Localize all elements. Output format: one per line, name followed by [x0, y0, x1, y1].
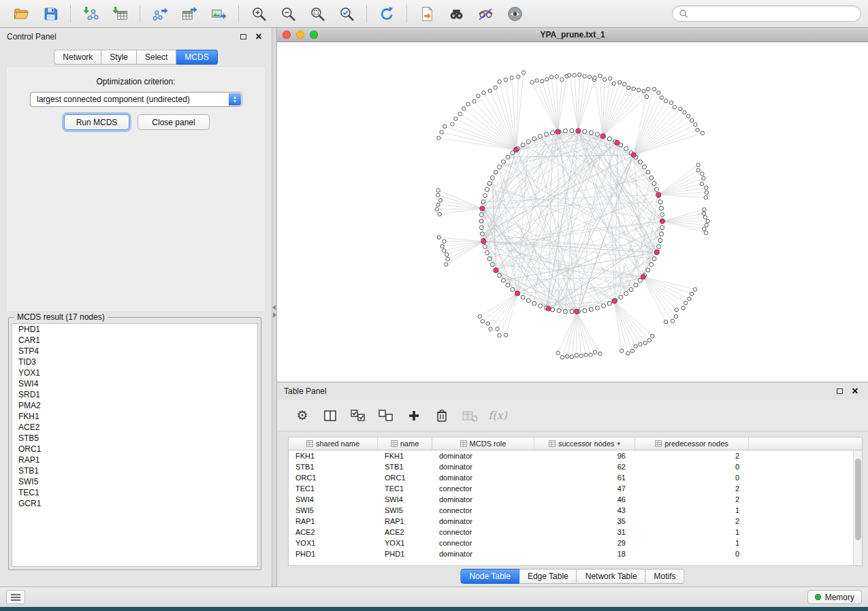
search-network-button[interactable]	[442, 1, 470, 26]
float-table-panel-button[interactable]	[833, 385, 846, 397]
mcds-result-item[interactable]: ACE2	[12, 422, 257, 433]
table-row[interactable]: SWI4 SWI4 dominator 46 2	[289, 494, 853, 505]
column-header-name[interactable]: name	[378, 437, 432, 450]
refresh-layout-button[interactable]	[372, 1, 401, 26]
table-scrollbar[interactable]	[853, 450, 862, 565]
mcds-result-item[interactable]: TEC1	[12, 487, 257, 498]
binoculars-icon	[448, 5, 465, 22]
import-table-button[interactable]	[106, 1, 134, 26]
close-table-panel-button[interactable]: ×	[849, 385, 861, 397]
window-minimize-button[interactable]	[296, 31, 304, 39]
zoom-out-button[interactable]	[274, 1, 302, 26]
add-row-button[interactable]	[405, 407, 423, 425]
column-header-shared-name[interactable]: shared name	[289, 437, 378, 450]
column-header-mcds-role[interactable]: MCDS role	[432, 437, 534, 450]
mcds-result-item[interactable]: SWI4	[12, 378, 257, 389]
mcds-result-item[interactable]: CAR1	[12, 335, 257, 346]
mcds-result-item[interactable]: SRD1	[12, 389, 257, 400]
criterion-select[interactable]: largest connected component (undirected)…	[30, 92, 242, 107]
mcds-result-item[interactable]: PHD1	[12, 324, 257, 335]
table-row[interactable]: YOX1 YOX1 connector 29 1	[289, 538, 853, 548]
window-close-button[interactable]	[283, 31, 291, 39]
mcds-result-item[interactable]: STP4	[12, 346, 257, 357]
memory-button[interactable]: Memory	[807, 590, 862, 604]
select-all-button[interactable]	[349, 407, 367, 425]
export-network-button[interactable]	[146, 1, 174, 26]
window-zoom-button[interactable]	[310, 31, 318, 39]
zoom-in-icon	[251, 5, 268, 22]
mcds-result-item[interactable]: PMA2	[12, 400, 257, 411]
cell-shared-name: ORC1	[289, 474, 378, 482]
close-panel-page-button[interactable]: Close panel	[138, 114, 210, 130]
mcds-result-item[interactable]: FKH1	[12, 411, 257, 422]
import-network-button[interactable]	[76, 1, 105, 26]
close-icon: ×	[852, 386, 858, 397]
toolbar-separator	[238, 5, 239, 22]
panel-splitter[interactable]	[272, 28, 277, 587]
cell-name: SWI4	[378, 495, 432, 503]
control-panel-title: Control Panel	[7, 32, 234, 42]
tab-mcds[interactable]: MCDS	[176, 50, 217, 65]
delete-row-button[interactable]	[433, 407, 451, 425]
tab-edge-table[interactable]: Edge Table	[519, 569, 577, 584]
toolbar-separator	[406, 5, 407, 22]
mcds-result-item[interactable]: YOX1	[12, 367, 257, 378]
export-document-button[interactable]	[413, 1, 441, 26]
network-canvas[interactable]	[277, 42, 868, 382]
table-row[interactable]: PHD1 PHD1 dominator 18 0	[289, 548, 853, 559]
zoom-selected-button[interactable]	[332, 1, 361, 26]
cell-predecessor-nodes: 0	[635, 474, 749, 482]
export-table-button[interactable]	[175, 1, 204, 26]
column-header-predecessor-nodes[interactable]: predecessor nodes	[635, 437, 749, 450]
table-settings-button[interactable]: ⚙	[293, 407, 311, 425]
mcds-result-item[interactable]: RAP1	[12, 455, 257, 465]
show-columns-button[interactable]	[321, 407, 339, 425]
show-all-button[interactable]	[500, 1, 529, 26]
export-image-button[interactable]	[204, 1, 233, 26]
table-row[interactable]: TEC1 TEC1 connector 47 2	[289, 483, 853, 494]
zoom-fit-button[interactable]	[303, 1, 332, 26]
mcds-result-item[interactable]: STB5	[12, 433, 257, 444]
hide-selection-button[interactable]	[471, 1, 500, 26]
table-row[interactable]: SWI5 SWI5 connector 43 1	[289, 505, 853, 516]
cell-successor-nodes: 31	[534, 528, 635, 536]
tab-network[interactable]: Network	[54, 50, 101, 65]
column-header-successor-nodes[interactable]: successor nodes ▾	[534, 437, 635, 450]
table-row[interactable]: RAP1 RAP1 dominator 35 2	[289, 516, 853, 527]
table-grid-icon	[655, 440, 662, 447]
float-panel-button[interactable]	[237, 31, 249, 43]
mcds-result-item[interactable]: STB1	[12, 465, 257, 476]
cell-successor-nodes: 62	[534, 463, 635, 471]
mcds-result-item[interactable]: SWI5	[12, 476, 257, 487]
cell-predecessor-nodes: 1	[635, 528, 749, 536]
table-row[interactable]: ORC1 ORC1 dominator 61 0	[289, 472, 853, 483]
tab-node-table[interactable]: Node Table	[460, 569, 519, 584]
cell-name: YOX1	[378, 539, 432, 547]
panel-menu-button[interactable]	[6, 590, 25, 604]
open-file-button[interactable]	[7, 1, 35, 26]
trash-icon	[435, 408, 449, 423]
close-panel-button[interactable]: ×	[253, 31, 265, 43]
tab-network-table[interactable]: Network Table	[577, 569, 646, 584]
zoom-selected-icon	[338, 5, 355, 22]
tab-motifs[interactable]: Motifs	[646, 569, 685, 584]
cell-mcds-role: connector	[432, 506, 534, 514]
zoom-in-button[interactable]	[244, 1, 273, 26]
tab-select[interactable]: Select	[137, 50, 176, 65]
table-row[interactable]: ACE2 ACE2 connector 31 1	[289, 527, 853, 538]
unselect-all-button[interactable]	[377, 407, 395, 425]
table-row[interactable]: STB1 STB1 dominator 62 0	[289, 461, 853, 472]
mcds-result-item[interactable]: TID3	[12, 357, 257, 367]
run-mcds-button[interactable]: Run MCDS	[64, 114, 129, 130]
table-grid-icon	[391, 440, 398, 447]
table-panel-header: Table Panel ×	[277, 382, 868, 400]
table-row[interactable]: FKH1 FKH1 dominator 96 2	[289, 450, 853, 461]
zoom-out-icon	[280, 5, 297, 22]
mcds-result-item[interactable]: ORC1	[12, 444, 257, 455]
mcds-result-item[interactable]: GCR1	[12, 498, 257, 509]
search-input[interactable]	[692, 9, 854, 18]
cell-mcds-role: dominator	[432, 452, 534, 460]
scrollbar-thumb[interactable]	[855, 459, 861, 540]
save-session-button[interactable]	[36, 1, 65, 26]
tab-style[interactable]: Style	[101, 50, 137, 65]
